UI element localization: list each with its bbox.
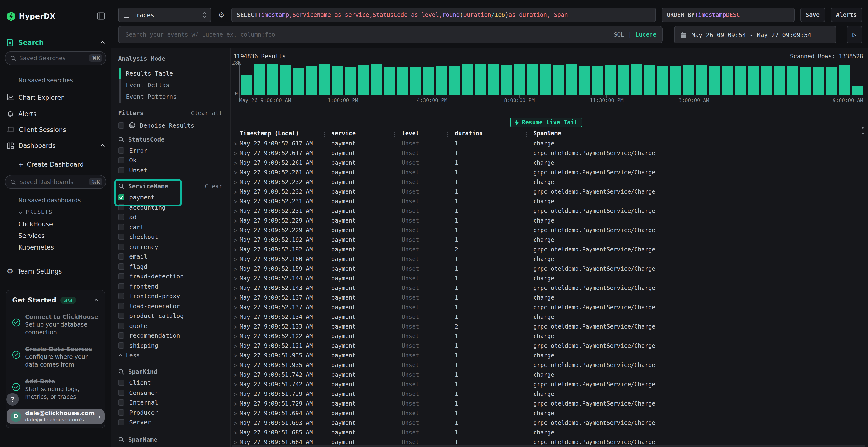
row-expand-icon[interactable]: >	[232, 265, 240, 272]
row-expand-icon[interactable]: >	[232, 246, 240, 253]
sidebar-item-team-settings[interactable]: ⚙ Team Settings	[7, 266, 105, 276]
filter-checkbox[interactable]	[118, 214, 124, 220]
histogram-bar[interactable]	[358, 65, 369, 95]
row-expand-icon[interactable]: >	[232, 284, 240, 291]
filter-checkbox[interactable]	[118, 224, 124, 230]
table-row[interactable]: > May 27 9:09:52.143 AM payment Unset 1 …	[232, 283, 865, 293]
row-expand-icon[interactable]: >	[232, 390, 240, 398]
histogram-bar[interactable]	[449, 66, 460, 95]
help-button[interactable]: ?	[6, 393, 19, 406]
histogram-bar[interactable]	[436, 66, 447, 95]
source-settings-button[interactable]: ⚙	[216, 8, 227, 22]
histogram-bar[interactable]	[241, 75, 252, 95]
histogram-bar[interactable]	[553, 65, 564, 95]
denoise-results-toggle[interactable]: Denoise Results	[118, 121, 222, 130]
search-input[interactable]	[124, 31, 609, 38]
table-row[interactable]: > May 27 9:09:52.229 AM payment Unset 1 …	[232, 226, 865, 235]
sql-select-input[interactable]: SELECT Timestamp, ServiceName as service…	[231, 8, 656, 22]
histogram-bar[interactable]	[787, 66, 798, 95]
row-expand-icon[interactable]: >	[232, 313, 240, 320]
column-separator[interactable]	[323, 130, 324, 137]
filter-option[interactable]: shipping	[118, 341, 222, 350]
sidebar-item-alerts[interactable]: Alerts	[7, 109, 105, 118]
histogram-bar[interactable]	[397, 67, 408, 95]
event-search-bar[interactable]: SQL | Lucene	[118, 26, 662, 43]
filter-option[interactable]: recommendation	[118, 331, 222, 341]
events-histogram[interactable]: 28K 0 May 26 9:00:00 AM1:00:00 PM4:30:00…	[232, 61, 863, 105]
get-started-item[interactable]: Connect to ClickHouse Set up your databa…	[12, 312, 99, 336]
histogram-bar[interactable]	[254, 64, 265, 95]
filter-checkbox[interactable]	[118, 157, 124, 164]
filter-group-name[interactable]: ServiceName	[128, 182, 168, 190]
analysis-mode-option[interactable]: Results Table	[118, 68, 222, 79]
row-expand-icon[interactable]: >	[232, 275, 240, 282]
filter-checkbox[interactable]	[118, 342, 124, 349]
filter-option[interactable]: flagd	[118, 262, 222, 271]
histogram-bar[interactable]	[293, 68, 304, 95]
table-row[interactable]: > May 27 9:09:52.232 AM payment Unset 1 …	[232, 187, 865, 197]
row-expand-icon[interactable]: >	[232, 419, 240, 426]
filter-checkbox[interactable]	[118, 147, 124, 153]
table-row[interactable]: > May 27 9:09:52.617 AM payment Unset 1 …	[232, 139, 865, 148]
table-row[interactable]: > May 27 9:09:52.261 AM payment Unset 1 …	[232, 158, 865, 168]
column-duration[interactable]: duration	[455, 128, 533, 139]
column-separator[interactable]	[447, 130, 448, 137]
row-expand-icon[interactable]: >	[232, 400, 240, 407]
row-expand-icon[interactable]: >	[232, 333, 240, 340]
histogram-bar[interactable]	[319, 64, 330, 95]
resume-live-tail-button[interactable]: Resume Live Tail	[510, 117, 582, 127]
table-row[interactable]: > May 27 9:09:52.133 AM payment Unset 2 …	[232, 322, 865, 332]
filter-option[interactable]: load-generator	[118, 301, 222, 311]
table-row[interactable]: > May 27 9:09:52.144 AM payment Unset 1 …	[232, 274, 865, 283]
source-select[interactable]: Traces	[118, 8, 211, 22]
filter-option[interactable]: fraud-detection	[118, 271, 222, 281]
histogram-bar[interactable]	[774, 66, 785, 95]
filter-checkbox[interactable]	[118, 400, 124, 406]
histogram-bar[interactable]	[267, 64, 278, 95]
filter-checkbox[interactable]	[118, 244, 124, 250]
table-row[interactable]: > May 27 9:09:52.232 AM payment Unset 1 …	[232, 177, 865, 187]
filter-option[interactable]: payment	[118, 193, 222, 202]
row-expand-icon[interactable]: >	[232, 178, 240, 186]
analysis-mode-option[interactable]: Event Deltas	[118, 79, 222, 91]
save-button[interactable]: Save	[800, 8, 825, 22]
histogram-bar[interactable]	[345, 67, 356, 95]
histogram-bar[interactable]	[657, 66, 668, 95]
filter-option[interactable]: {closure}	[118, 446, 222, 447]
sidebar-collapse-icon[interactable]	[97, 12, 105, 20]
histogram-bar[interactable]	[683, 65, 694, 95]
row-expand-icon[interactable]: >	[232, 140, 240, 147]
filter-checkbox[interactable]	[118, 167, 124, 173]
table-header[interactable]: Timestamp (Local) service level duration…	[232, 128, 865, 139]
filter-checkbox[interactable]	[118, 380, 124, 386]
filter-group-name[interactable]: SpanName	[128, 436, 157, 443]
filter-option[interactable]: Internal	[118, 398, 222, 408]
preset-item-services[interactable]: Services	[18, 232, 45, 239]
filter-option[interactable]: Error	[118, 145, 222, 156]
filter-checkbox[interactable]	[118, 419, 124, 425]
toggle-sql[interactable]: SQL	[614, 31, 624, 38]
sidebar-item-dashboards[interactable]: Dashboards	[7, 141, 105, 150]
table-row[interactable]: > May 27 9:09:52.160 AM payment Unset 1 …	[232, 254, 865, 264]
histogram-bar[interactable]	[592, 66, 603, 95]
histogram-bar[interactable]	[280, 65, 291, 95]
table-row[interactable]: > May 27 9:09:52.122 AM payment Unset 1 …	[232, 332, 865, 341]
sidebar-item-client-sessions[interactable]: Client Sessions	[7, 125, 105, 134]
filter-option[interactable]: Unset	[118, 165, 222, 175]
user-menu[interactable]: D dale@clickhouse.com dale@clickhouse.co…	[7, 409, 105, 424]
table-row[interactable]: > May 27 9:09:52.159 AM payment Unset 1 …	[232, 264, 865, 274]
sql-orderby-input[interactable]: ORDER BY Timestamp DESC	[661, 8, 795, 22]
filter-option[interactable]: Client	[118, 378, 222, 388]
row-expand-icon[interactable]: >	[232, 159, 240, 166]
table-row[interactable]: > May 27 9:09:52.137 AM payment Unset 1 …	[232, 303, 865, 312]
toggle-lucene[interactable]: Lucene	[635, 31, 656, 38]
row-expand-icon[interactable]: >	[232, 227, 240, 234]
table-row[interactable]: > May 27 9:09:51.694 AM payment Unset 1 …	[232, 409, 865, 418]
row-expand-icon[interactable]: >	[232, 169, 240, 176]
column-separator[interactable]	[394, 130, 395, 137]
show-less-toggle[interactable]: Less	[118, 350, 222, 360]
row-expand-icon[interactable]: >	[232, 352, 240, 359]
histogram-bar[interactable]	[462, 64, 473, 95]
histogram-bar[interactable]	[722, 66, 733, 95]
filter-checkbox[interactable]	[118, 264, 124, 270]
